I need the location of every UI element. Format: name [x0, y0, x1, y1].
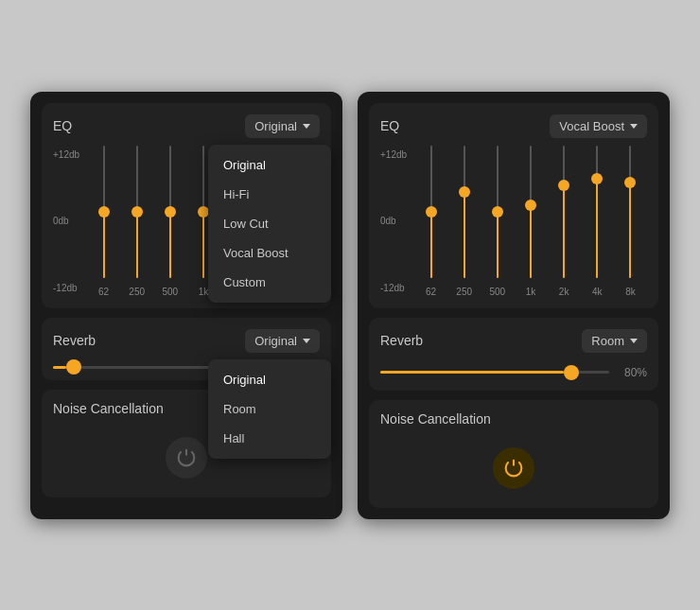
right-reverb-value: 80% [619, 366, 647, 379]
left-eq-fill-250 [136, 212, 138, 278]
left-nc-title: Noise Cancellation [53, 401, 164, 416]
right-reverb-arrow-icon [630, 339, 638, 343]
left-freq-500: 500 [153, 287, 186, 297]
left-eq-col-500 [153, 146, 186, 278]
right-eq-freq-labels: 62 250 500 1k 2k 4k 8k [414, 287, 647, 297]
right-freq-500: 500 [481, 287, 514, 297]
right-nc-power-btn[interactable] [493, 447, 534, 489]
left-eq-col-62 [87, 146, 120, 278]
right-eq-track-250[interactable] [464, 146, 465, 278]
left-eq-knob-500[interactable] [165, 206, 176, 218]
left-reverb-option-room[interactable]: Room [208, 394, 331, 424]
right-eq-track-4k[interactable] [596, 146, 598, 278]
right-eq-label-bot: -12db [380, 283, 407, 293]
left-eq-track-250[interactable] [136, 146, 138, 278]
left-reverb-dropdown-menu: Original Room Hall [208, 359, 331, 459]
left-eq-track-1k[interactable] [202, 146, 204, 278]
left-power-icon [177, 448, 196, 467]
right-eq-knob-8k[interactable] [624, 177, 636, 188]
right-nc-section: Noise Cancellation [369, 400, 658, 508]
right-eq-knob-250[interactable] [459, 186, 470, 198]
left-eq-track-500[interactable] [169, 146, 171, 278]
left-panel: EQ Original Original Hi-Fi Low Cut Vocal… [30, 92, 342, 519]
right-eq-col-1k [514, 146, 547, 278]
left-eq-selected: Original [254, 119, 297, 133]
right-eq-col-8k [614, 146, 647, 278]
right-eq-track-62[interactable] [430, 146, 432, 278]
left-reverb-option-original[interactable]: Original [208, 365, 331, 394]
left-reverb-selected: Original [254, 334, 297, 348]
left-freq-250: 250 [120, 287, 153, 297]
left-reverb-section: Reverb Original Original Room Hall [42, 318, 331, 380]
left-eq-label-bot: -12db [53, 283, 79, 293]
right-eq-dropdown-btn[interactable]: Vocal Boost [550, 114, 647, 138]
right-eq-knob-4k[interactable] [591, 173, 603, 184]
left-eq-option-hifi[interactable]: Hi-Fi [208, 180, 331, 209]
right-reverb-dropdown-btn[interactable]: Room [582, 329, 647, 353]
right-reverb-knob[interactable] [564, 365, 579, 380]
left-eq-option-lowcut[interactable]: Low Cut [208, 209, 331, 238]
right-eq-label-top: +12db [380, 149, 407, 160]
right-eq-col-500 [481, 146, 514, 278]
right-reverb-slider-area: 80% [380, 366, 647, 379]
right-eq-arrow-icon [630, 124, 638, 129]
right-reverb-header: Reverb Room [380, 329, 647, 353]
left-eq-knob-62[interactable] [98, 206, 110, 218]
right-reverb-track[interactable] [380, 371, 609, 374]
left-eq-title: EQ [53, 118, 72, 133]
left-reverb-dropdown-btn[interactable]: Original [245, 329, 320, 353]
left-eq-section: EQ Original Original Hi-Fi Low Cut Vocal… [42, 103, 331, 308]
right-eq-fill-8k [629, 183, 631, 278]
right-freq-8k: 8k [614, 287, 647, 297]
right-eq-track-1k[interactable] [530, 146, 532, 278]
left-reverb-title: Reverb [53, 333, 96, 348]
left-eq-header: EQ Original [53, 114, 320, 138]
left-reverb-knob[interactable] [66, 359, 81, 375]
left-eq-label-top: +12db [53, 149, 79, 160]
left-eq-labels-y: +12db 0db -12db [53, 146, 79, 297]
right-eq-col-4k [581, 146, 614, 278]
left-eq-fill-1k [202, 212, 204, 278]
right-reverb-title: Reverb [380, 333, 423, 348]
left-eq-option-custom[interactable]: Custom [208, 268, 331, 297]
left-nc-power-btn[interactable] [166, 437, 207, 479]
left-reverb-arrow-icon [303, 339, 310, 343]
right-nc-header: Noise Cancellation [380, 411, 647, 427]
left-eq-fill-62 [103, 212, 105, 278]
left-eq-arrow-icon [303, 124, 310, 129]
right-eq-labels-y: +12db 0db -12db [380, 146, 407, 297]
right-reverb-fill [380, 371, 564, 374]
right-eq-knob-62[interactable] [426, 206, 437, 218]
left-eq-dropdown-btn[interactable]: Original [245, 114, 320, 138]
right-eq-col-250 [447, 146, 481, 278]
right-freq-4k: 4k [581, 287, 614, 297]
left-eq-col-250 [120, 146, 153, 278]
right-eq-fill-2k [563, 185, 565, 278]
right-eq-knob-1k[interactable] [525, 200, 536, 211]
left-reverb-fill [53, 366, 66, 369]
right-freq-62: 62 [414, 287, 447, 297]
right-eq-fill-250 [464, 192, 465, 278]
right-eq-sliders [414, 146, 647, 278]
right-freq-2k: 2k [548, 287, 581, 297]
right-nc-title: Noise Cancellation [380, 411, 491, 427]
right-reverb-selected: Room [591, 334, 624, 348]
right-panel: EQ Vocal Boost +12db 0db -12db [358, 92, 670, 519]
right-eq-knob-500[interactable] [492, 206, 503, 218]
left-eq-fill-500 [169, 212, 171, 278]
left-eq-option-vocalboost[interactable]: Vocal Boost [208, 238, 331, 268]
left-eq-option-original[interactable]: Original [208, 150, 331, 180]
right-eq-title: EQ [380, 118, 399, 133]
main-container: EQ Original Original Hi-Fi Low Cut Vocal… [11, 73, 689, 538]
right-eq-knob-2k[interactable] [558, 180, 569, 191]
right-eq-track-8k[interactable] [629, 146, 631, 278]
right-eq-fill-500 [497, 212, 499, 278]
left-eq-knob-250[interactable] [131, 206, 143, 218]
left-reverb-option-hall[interactable]: Hall [208, 424, 331, 453]
right-eq-section: EQ Vocal Boost +12db 0db -12db [369, 103, 658, 308]
left-eq-track-62[interactable] [103, 146, 105, 278]
right-eq-track-500[interactable] [497, 146, 499, 278]
right-eq-col-62 [414, 146, 447, 278]
right-eq-fill-1k [530, 205, 532, 278]
right-eq-track-2k[interactable] [563, 146, 565, 278]
